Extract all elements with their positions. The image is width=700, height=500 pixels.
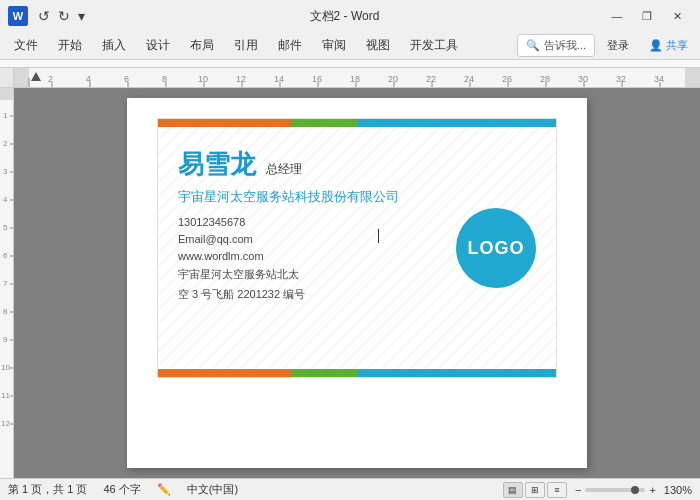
minimize-button[interactable]: — (602, 6, 632, 26)
menu-file[interactable]: 文件 (4, 33, 48, 58)
menu-home[interactable]: 开始 (48, 33, 92, 58)
ruler-area: 2 4 6 8 10 12 14 16 18 20 22 24 26 28 30… (0, 68, 700, 88)
company-name: 宇宙星河太空服务站科技股份有限公司 (178, 188, 536, 206)
address2: 空 3 号飞船 2201232 编号 (178, 287, 536, 302)
word-app-icon: W (8, 6, 28, 26)
status-right: ▤ ⊞ ≡ − + 130% (503, 482, 692, 498)
svg-text:32: 32 (616, 74, 626, 84)
ruler-svg: 2 4 6 8 10 12 14 16 18 20 22 24 26 28 30… (14, 68, 700, 88)
web-view-button[interactable]: ⊞ (525, 482, 545, 498)
redo-button[interactable]: ↻ (56, 6, 72, 26)
svg-text:5: 5 (3, 223, 8, 232)
share-label: 共享 (666, 38, 688, 53)
window-icons: W ↺ ↻ ▾ (8, 6, 87, 26)
view-icons: ▤ ⊞ ≡ (503, 482, 567, 498)
main-area: 1 2 3 4 5 6 7 8 9 10 11 12 (0, 88, 700, 478)
svg-rect-41 (0, 88, 14, 100)
page-info: 第 1 页，共 1 页 (8, 482, 87, 497)
menu-references[interactable]: 引用 (224, 33, 268, 58)
svg-rect-2 (685, 68, 700, 88)
svg-text:28: 28 (540, 74, 550, 84)
zoom-minus-button[interactable]: − (575, 484, 581, 496)
svg-text:9: 9 (3, 335, 8, 344)
search-button[interactable]: 🔍 告诉我... (517, 34, 595, 57)
svg-text:22: 22 (426, 74, 436, 84)
menu-view[interactable]: 视图 (356, 33, 400, 58)
card-top-bar (158, 119, 556, 127)
card-bottom-bar (158, 369, 556, 377)
svg-text:12: 12 (236, 74, 246, 84)
vertical-ruler-svg: 1 2 3 4 5 6 7 8 9 10 11 12 (0, 88, 14, 478)
svg-text:4: 4 (3, 195, 8, 204)
svg-text:16: 16 (312, 74, 322, 84)
svg-text:11: 11 (1, 391, 10, 400)
svg-text:1: 1 (3, 111, 8, 120)
menu-bar: 文件 开始 插入 设计 布局 引用 邮件 审阅 视图 开发工具 🔍 告诉我...… (0, 32, 700, 60)
horizontal-ruler: 2 4 6 8 10 12 14 16 18 20 22 24 26 28 30… (14, 68, 700, 88)
business-card: 易雪龙 总经理 宇宙星河太空服务站科技股份有限公司 13012345678 Em… (157, 118, 557, 378)
zoom-plus-button[interactable]: + (649, 484, 655, 496)
undo-button[interactable]: ↺ (36, 6, 52, 26)
search-label: 告诉我... (544, 38, 586, 53)
menu-layout[interactable]: 布局 (180, 33, 224, 58)
svg-text:10: 10 (1, 363, 10, 372)
ribbon (0, 60, 700, 68)
read-view-button[interactable]: ≡ (547, 482, 567, 498)
svg-text:20: 20 (388, 74, 398, 84)
svg-text:10: 10 (198, 74, 208, 84)
menu-mail[interactable]: 邮件 (268, 33, 312, 58)
status-bar: 第 1 页，共 1 页 46 个字 ✏️ 中文(中国) ▤ ⊞ ≡ − + 13… (0, 478, 700, 500)
menu-design[interactable]: 设计 (136, 33, 180, 58)
share-icon: 👤 (649, 39, 663, 52)
vertical-ruler: 1 2 3 4 5 6 7 8 9 10 11 12 (0, 88, 14, 478)
zoom-percent: 130% (664, 484, 692, 496)
bottom-bar-blue (357, 369, 556, 377)
svg-text:3: 3 (3, 167, 8, 176)
text-cursor (378, 229, 379, 243)
name-row: 易雪龙 总经理 (178, 147, 536, 182)
title-bar: W ↺ ↻ ▾ 文档2 - Word — ❐ ✕ (0, 0, 700, 32)
bar-blue (357, 119, 556, 127)
menu-developer[interactable]: 开发工具 (400, 33, 468, 58)
job-title: 总经理 (266, 161, 302, 178)
menu-right: 🔍 告诉我... 登录 👤 共享 (517, 34, 696, 57)
zoom-slider-thumb (631, 486, 639, 494)
svg-text:12: 12 (1, 419, 10, 428)
svg-text:18: 18 (350, 74, 360, 84)
bottom-bar-green (291, 369, 357, 377)
zoom-control: − + (575, 484, 656, 496)
word-count: 46 个字 (103, 482, 140, 497)
svg-text:6: 6 (3, 251, 8, 260)
canvas-area[interactable]: 易雪龙 总经理 宇宙星河太空服务站科技股份有限公司 13012345678 Em… (14, 88, 700, 478)
zoom-slider-track[interactable] (585, 488, 645, 492)
bar-green (291, 119, 357, 127)
language: 中文(中国) (187, 482, 238, 497)
bar-orange (158, 119, 291, 127)
svg-text:2: 2 (3, 139, 8, 148)
svg-text:14: 14 (274, 74, 284, 84)
logo-circle: LOGO (456, 208, 536, 288)
window-title: 文档2 - Word (87, 8, 602, 25)
person-name: 易雪龙 (178, 147, 256, 182)
quick-access-more[interactable]: ▾ (76, 6, 87, 26)
print-view-button[interactable]: ▤ (503, 482, 523, 498)
menu-insert[interactable]: 插入 (92, 33, 136, 58)
svg-text:8: 8 (3, 307, 8, 316)
login-button[interactable]: 登录 (599, 35, 637, 56)
svg-text:34: 34 (654, 74, 664, 84)
svg-text:7: 7 (3, 279, 8, 288)
search-icon: 🔍 (526, 39, 540, 52)
svg-text:30: 30 (578, 74, 588, 84)
edit-icon: ✏️ (157, 483, 171, 496)
close-button[interactable]: ✕ (662, 6, 692, 26)
svg-text:24: 24 (464, 74, 474, 84)
ruler-corner (0, 68, 14, 88)
svg-text:26: 26 (502, 74, 512, 84)
share-button[interactable]: 👤 共享 (641, 35, 696, 56)
document-page: 易雪龙 总经理 宇宙星河太空服务站科技股份有限公司 13012345678 Em… (127, 98, 587, 468)
window-controls: — ❐ ✕ (602, 6, 692, 26)
bottom-bar-orange (158, 369, 291, 377)
restore-button[interactable]: ❐ (632, 6, 662, 26)
svg-rect-1 (14, 68, 29, 88)
menu-review[interactable]: 审阅 (312, 33, 356, 58)
